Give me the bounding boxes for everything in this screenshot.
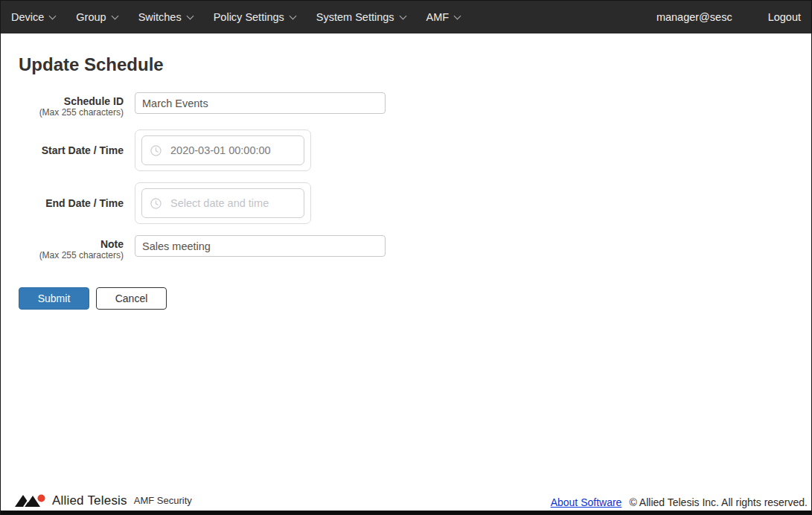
footer-content: Allied Telesis AMF Security About Softwa… <box>1 493 811 511</box>
nav-menu: Device Group Switches Policy Settings Sy… <box>11 11 460 23</box>
footer: Allied Telesis AMF Security About Softwa… <box>1 493 811 514</box>
end-datetime-inner[interactable]: Select date and time <box>141 188 304 218</box>
end-datetime-label: End Date / Time <box>19 197 124 209</box>
end-datetime-placeholder: Select date and time <box>170 197 269 209</box>
schedule-id-hint: (Max 255 characters) <box>19 107 124 118</box>
end-datetime-picker[interactable]: Select date and time <box>135 182 311 224</box>
start-datetime-label: Start Date / Time <box>19 144 124 156</box>
nav-item-device[interactable]: Device <box>11 11 55 23</box>
chevron-down-icon <box>49 12 57 19</box>
clock-icon <box>150 145 162 156</box>
chevron-down-icon <box>186 12 194 19</box>
note-label-block: Note (Max 255 characters) <box>19 235 124 261</box>
chevron-down-icon <box>454 12 461 19</box>
logged-in-user: manager@sesc <box>656 11 732 23</box>
start-datetime-picker[interactable]: 2020-03-01 00:00:00 <box>135 129 311 171</box>
brand-block: Allied Telesis AMF Security <box>14 493 192 508</box>
copyright-text: © Allied Telesis Inc. All rights reserve… <box>629 496 808 508</box>
end-datetime-label-block: End Date / Time <box>19 182 124 224</box>
nav-item-label: System Settings <box>316 11 394 23</box>
allied-telesis-logo-icon <box>14 494 47 508</box>
start-datetime-label-block: Start Date / Time <box>19 129 124 171</box>
note-field <box>135 235 386 261</box>
nav-item-label: Policy Settings <box>214 11 284 23</box>
schedule-id-input[interactable] <box>135 92 386 114</box>
chevron-down-icon <box>289 12 296 19</box>
nav-item-label: AMF <box>426 11 450 23</box>
logout-link[interactable]: Logout <box>768 11 801 23</box>
start-datetime-field: 2020-03-01 00:00:00 <box>135 129 311 171</box>
form-actions: Submit Cancel <box>19 287 793 310</box>
start-datetime-row: Start Date / Time 2020-03-01 00:00:00 <box>19 129 793 171</box>
note-label: Note <box>19 238 124 250</box>
footer-bottom-bar <box>1 511 811 514</box>
nav-item-switches[interactable]: Switches <box>138 11 193 23</box>
footer-right: About Software © Allied Telesis Inc. All… <box>551 496 808 508</box>
note-input[interactable] <box>135 235 386 257</box>
end-datetime-field: Select date and time <box>135 182 311 224</box>
cancel-button[interactable]: Cancel <box>96 287 167 310</box>
nav-right: manager@sesc Logout <box>656 11 801 23</box>
nav-item-amf[interactable]: AMF <box>426 11 461 23</box>
schedule-id-label: Schedule ID <box>19 95 124 107</box>
app-window: Device Group Switches Policy Settings Sy… <box>0 0 812 515</box>
main-content: Update Schedule Schedule ID (Max 255 cha… <box>1 33 811 310</box>
product-name: AMF Security <box>134 495 192 507</box>
chevron-down-icon <box>399 12 406 19</box>
brand-name: Allied Telesis <box>52 493 127 508</box>
nav-item-label: Group <box>76 11 106 23</box>
note-row: Note (Max 255 characters) <box>19 235 793 261</box>
nav-item-group[interactable]: Group <box>76 11 117 23</box>
nav-item-label: Switches <box>138 11 182 23</box>
about-software-link[interactable]: About Software <box>551 496 622 508</box>
nav-item-system-settings[interactable]: System Settings <box>316 11 406 23</box>
nav-item-label: Device <box>11 11 44 23</box>
note-hint: (Max 255 characters) <box>19 250 124 261</box>
clock-icon <box>150 198 162 209</box>
submit-button[interactable]: Submit <box>19 287 89 310</box>
chevron-down-icon <box>111 12 118 19</box>
top-navbar: Device Group Switches Policy Settings Sy… <box>1 1 811 33</box>
end-datetime-row: End Date / Time Select date and time <box>19 182 793 224</box>
nav-item-policy-settings[interactable]: Policy Settings <box>214 11 295 23</box>
page-title: Update Schedule <box>19 54 793 75</box>
start-datetime-inner[interactable]: 2020-03-01 00:00:00 <box>141 135 304 165</box>
schedule-id-row: Schedule ID (Max 255 characters) <box>19 92 793 118</box>
schedule-id-label-block: Schedule ID (Max 255 characters) <box>19 92 124 118</box>
schedule-id-field <box>135 92 386 118</box>
start-datetime-value: 2020-03-01 00:00:00 <box>170 144 271 156</box>
